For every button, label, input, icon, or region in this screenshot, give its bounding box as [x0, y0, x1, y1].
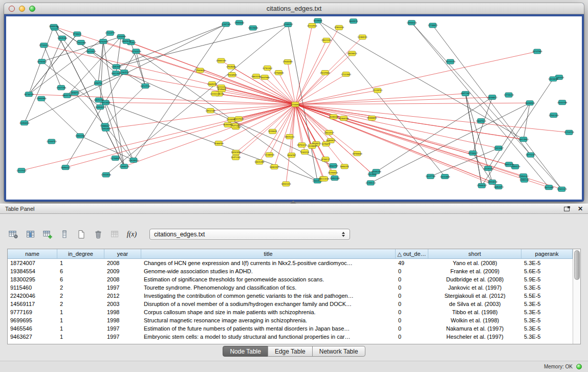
graph-node[interactable]: 22852258 [330, 176, 340, 181]
table-row[interactable]: 969969511998Structural magnetic resonanc… [8, 316, 573, 324]
graph-edge[interactable] [524, 103, 530, 139]
tab-node-table[interactable]: Node Table [223, 346, 268, 357]
table-cell[interactable]: 19384554 [8, 268, 57, 274]
table-cell[interactable]: Dudbridge et al. (2008) [428, 276, 521, 282]
graph-node[interactable]: 20730725 [24, 92, 34, 97]
graph-node[interactable]: 8239506 [314, 18, 322, 23]
graph-node[interactable]: 22814747 [324, 130, 334, 135]
table-cell[interactable]: 1 [57, 317, 104, 323]
table-cell[interactable]: 6 [57, 268, 104, 274]
graph-edge[interactable] [292, 104, 295, 155]
graph-node[interactable]: 21724735 [564, 130, 574, 135]
table-cell[interactable]: 5.3E-5 [521, 334, 573, 340]
table-cell[interactable]: 0 [396, 325, 428, 332]
scrollbar-thumb[interactable] [574, 250, 580, 280]
graph-edge[interactable] [295, 104, 324, 179]
graph-edge[interactable] [295, 52, 537, 105]
graph-edge[interactable] [54, 27, 145, 86]
column-header-name[interactable]: name [8, 249, 57, 258]
table-cell[interactable]: 1 [57, 334, 104, 340]
graph-edge[interactable] [105, 102, 317, 181]
graph-node[interactable]: 11235741 [373, 88, 383, 93]
graph-node[interactable]: 16762575 [98, 39, 108, 44]
table-row[interactable]: 1872400712008Changes of HCN gene express… [8, 259, 573, 267]
table-cell[interactable]: Embryonic stem cells: a model to study s… [141, 334, 396, 340]
graph-node[interactable]: 23219179 [445, 59, 455, 64]
graph-node[interactable]: 25237803 [320, 71, 330, 75]
graph-edge[interactable] [488, 103, 530, 168]
graph-node[interactable]: 11831087 [494, 146, 504, 150]
table-cell[interactable]: 9777169 [8, 309, 57, 315]
graph-node[interactable]: 17501159 [549, 113, 559, 118]
graph-node[interactable]: 20642764 [62, 93, 72, 98]
graph-edge[interactable] [295, 104, 473, 153]
graph-node[interactable]: 9248628 [268, 129, 277, 134]
column-header-in-degree[interactable]: in_degree [57, 249, 104, 258]
graph-node[interactable]: 13471103 [231, 155, 241, 160]
graph-node[interactable]: 14031456 [254, 160, 265, 164]
graph-node[interactable]: 10885632 [121, 39, 132, 43]
graph-node[interactable]: 24060100 [216, 58, 226, 63]
graph-node[interactable]: 16413503 [518, 137, 529, 142]
import-table-button[interactable] [108, 228, 121, 240]
graph-node[interactable]: 10912168 [205, 108, 215, 113]
table-cell[interactable]: Jankovic et al. (1997) [428, 285, 521, 291]
graph-edge[interactable] [66, 104, 295, 167]
table-row[interactable]: 1938455462009Genome-wide association stu… [8, 267, 573, 275]
graph-edge[interactable] [295, 54, 352, 105]
table-cell[interactable]: Disruption of a novel member of a sodium… [141, 301, 396, 307]
graph-edge[interactable] [295, 37, 362, 105]
table-row[interactable]: 1830029562008Estimation of significance … [8, 275, 573, 283]
graph-node[interactable]: 20780660 [352, 151, 362, 156]
graph-node[interactable]: 18607424 [476, 119, 486, 123]
select-columns-button[interactable] [24, 228, 37, 240]
table-cell[interactable]: de Silva et al. (2003) [428, 301, 521, 307]
table-row[interactable]: 946362711997Embryonic stem cells: a mode… [8, 333, 573, 341]
table-cell[interactable]: 2 [57, 293, 104, 299]
close-icon[interactable]: ✕ [578, 206, 583, 212]
table-row[interactable]: 946554611997Estimation of the future num… [8, 324, 573, 333]
delete-table-button[interactable] [92, 228, 104, 240]
graph-node[interactable]: 19209224 [329, 115, 339, 119]
table-cell[interactable]: 5.3E-5 [521, 325, 573, 332]
graph-node[interactable]: 18911501 [111, 71, 121, 76]
graph-node[interactable]: 9526787 [287, 153, 296, 158]
graph-node[interactable]: 16525386 [57, 36, 68, 40]
table-cell[interactable]: 1997 [104, 325, 141, 332]
table-cell[interactable]: 5.3E-5 [521, 260, 573, 266]
window-close-button[interactable] [9, 6, 15, 12]
tab-edge-table[interactable]: Edge Table [268, 346, 313, 357]
graph-node[interactable]: 11566180 [339, 116, 349, 121]
graph-node[interactable]: 9050378 [340, 164, 349, 169]
graph-edge[interactable] [295, 73, 325, 104]
function-builder-button[interactable]: f(x) [125, 228, 138, 240]
graph-edge[interactable] [98, 41, 103, 83]
table-cell[interactable]: Changes of HCN gene expression and I(f) … [141, 260, 396, 266]
graph-node[interactable]: 12941129 [557, 187, 567, 191]
graph-edge[interactable] [524, 139, 562, 189]
graph-node[interactable]: 12826098 [548, 77, 558, 81]
graph-edge[interactable] [136, 51, 317, 181]
graph-node[interactable]: 21701832 [263, 66, 273, 71]
graph-node[interactable]: 10563757 [328, 164, 338, 168]
table-row[interactable]: 1456911722003Disruption of a novel membe… [8, 300, 573, 308]
table-cell[interactable]: 0 [396, 285, 428, 291]
table-cell[interactable]: 0 [396, 268, 428, 274]
graph-node[interactable]: 24550710 [70, 91, 80, 95]
table-cell[interactable]: 22420046 [8, 293, 57, 299]
graph-node[interactable]: 15026014 [347, 51, 357, 56]
table-cell[interactable]: 18300295 [8, 276, 57, 282]
table-row[interactable]: 2242004622012Investigating the contribut… [8, 292, 573, 300]
column-header-title[interactable]: title [141, 249, 396, 258]
table-selector-dropdown[interactable]: citations_edges.txt [149, 229, 350, 240]
table-cell[interactable]: 18724007 [8, 260, 57, 266]
table-cell[interactable]: 9699695 [8, 317, 57, 323]
graph-edge[interactable] [433, 26, 531, 155]
graph-node[interactable]: 23572158 [94, 98, 104, 102]
column-header-pagerank[interactable]: pagerank [521, 249, 573, 258]
network-canvas[interactable]: 2455071016762575171137772073072513464417… [6, 16, 582, 200]
column-view-button[interactable] [58, 228, 71, 240]
graph-node[interactable]: 18615606 [248, 26, 258, 30]
tab-network-table[interactable]: Network Table [312, 346, 365, 357]
window-zoom-button[interactable] [29, 6, 35, 12]
